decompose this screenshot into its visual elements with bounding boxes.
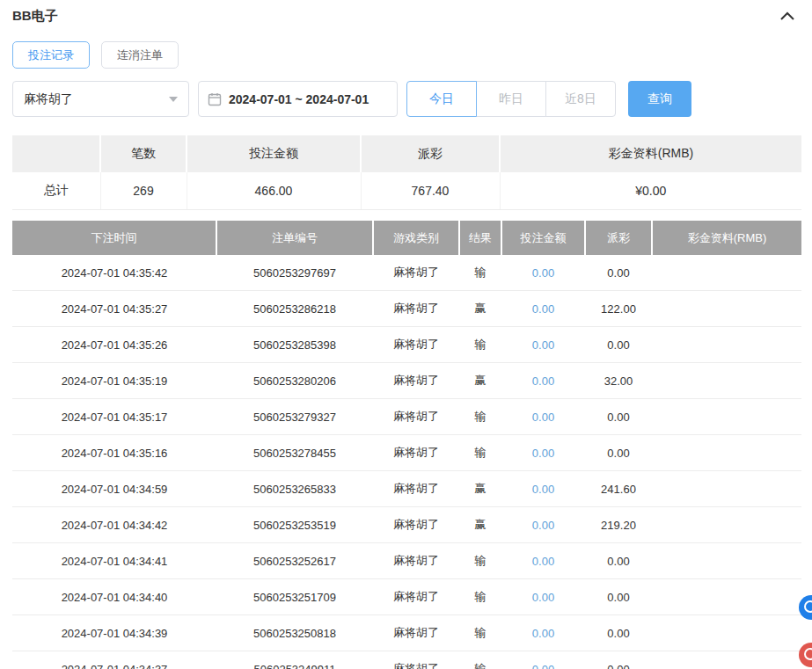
bet-amount-link[interactable]: 0.00 [532, 338, 554, 352]
result-cell: 输 [459, 399, 501, 435]
bet-time-cell: 2024-07-01 04:35:19 [12, 363, 216, 399]
bet-table-body: 2024-07-01 04:35:425060253297697麻将胡了输0.0… [12, 255, 801, 669]
quick-last8days-button[interactable]: 近8日 [545, 81, 616, 117]
bonus-cell [652, 327, 801, 363]
bet-time-cell: 2024-07-01 04:35:42 [12, 255, 216, 291]
bet-amount-cell: 0.00 [501, 651, 585, 669]
game-type-cell: 麻将胡了 [373, 255, 459, 291]
order-id-cell: 5060253286218 [216, 291, 373, 327]
order-id-cell: 5060253251709 [216, 579, 373, 615]
result-cell: 输 [459, 255, 501, 291]
header-game-type: 游戏类别 [373, 221, 459, 255]
payout-cell: 0.00 [585, 399, 652, 435]
summary-table: 笔数 投注金额 派彩 彩金资料(RMB) 总计 269 466.00 767.4… [12, 135, 801, 210]
tab-bet-records[interactable]: 投注记录 [12, 41, 90, 69]
game-type-cell: 麻将胡了 [373, 363, 459, 399]
date-range-input[interactable]: 2024-07-01 ~ 2024-07-01 [198, 81, 398, 117]
order-id-cell: 5060253279327 [216, 399, 373, 435]
bonus-cell [652, 363, 801, 399]
bet-table-header-row: 下注时间 注单编号 游戏类别 结果 投注金额 派彩 彩金资料(RMB) [12, 221, 801, 255]
order-id-cell: 5060253252617 [216, 543, 373, 579]
payout-cell: 0.00 [585, 579, 652, 615]
table-row: 2024-07-01 04:35:275060253286218麻将胡了赢0.0… [12, 291, 801, 327]
result-cell: 输 [459, 543, 501, 579]
bet-records-table: 下注时间 注单编号 游戏类别 结果 投注金额 派彩 彩金资料(RMB) 2024… [12, 221, 801, 669]
summary-total-row: 总计 269 466.00 767.40 ¥0.00 [12, 172, 801, 210]
tab-bar: 投注记录 连消注单 [12, 41, 801, 69]
bonus-cell [652, 507, 801, 543]
game-type-cell: 麻将胡了 [373, 435, 459, 471]
result-cell: 输 [459, 327, 501, 363]
bet-time-cell: 2024-07-01 04:34:37 [12, 651, 216, 669]
bet-amount-link[interactable]: 0.00 [532, 302, 554, 316]
bonus-cell [652, 255, 801, 291]
calendar-icon [208, 92, 222, 106]
result-cell: 赢 [459, 363, 501, 399]
bet-amount-link[interactable]: 0.00 [532, 591, 554, 604]
game-type-cell: 麻将胡了 [373, 651, 459, 669]
payout-cell: 0.00 [585, 615, 652, 651]
chevron-up-icon[interactable] [780, 11, 794, 20]
game-type-cell: 麻将胡了 [373, 579, 459, 615]
summary-header-blank [12, 135, 100, 172]
table-row: 2024-07-01 04:35:265060253285398麻将胡了输0.0… [12, 327, 801, 363]
bonus-cell [652, 399, 801, 435]
summary-total-bet-amount: 466.00 [187, 172, 361, 210]
bet-time-cell: 2024-07-01 04:35:27 [12, 291, 216, 327]
bet-amount-cell: 0.00 [501, 363, 585, 399]
summary-header-payout: 派彩 [361, 135, 500, 172]
order-id-cell: 5060253285398 [216, 327, 373, 363]
order-id-cell: 5060253265833 [216, 471, 373, 507]
table-row: 2024-07-01 04:35:165060253278455麻将胡了输0.0… [12, 435, 801, 471]
payout-cell: 0.00 [585, 651, 652, 669]
summary-total-count: 269 [100, 172, 187, 210]
bet-time-cell: 2024-07-01 04:35:16 [12, 435, 216, 471]
table-row: 2024-07-01 04:34:395060253250818麻将胡了输0.0… [12, 615, 801, 651]
bet-amount-link[interactable]: 0.00 [532, 483, 554, 496]
chevron-down-icon [169, 97, 178, 102]
payout-cell: 32.00 [585, 363, 652, 399]
summary-total-label: 总计 [12, 172, 100, 210]
bet-amount-cell: 0.00 [501, 471, 585, 507]
result-cell: 输 [459, 435, 501, 471]
panel-header: BB电子 [12, 5, 801, 26]
result-cell: 输 [459, 579, 501, 615]
search-button[interactable]: 查询 [628, 81, 691, 117]
table-row: 2024-07-01 04:35:195060253280206麻将胡了赢0.0… [12, 363, 801, 399]
quick-date-button-group: 今日 昨日 近8日 [406, 81, 616, 117]
summary-header-count: 笔数 [100, 135, 187, 172]
bet-time-cell: 2024-07-01 04:34:39 [12, 615, 216, 651]
bet-amount-link[interactable]: 0.00 [532, 663, 554, 669]
bet-records-panel: BB电子 投注记录 连消注单 麻将胡了 2024-07-01 ~ 20 [0, 0, 812, 669]
bet-amount-link[interactable]: 0.00 [532, 447, 554, 460]
bet-amount-link[interactable]: 0.00 [532, 627, 554, 640]
bet-amount-link[interactable]: 0.00 [532, 374, 554, 388]
game-select[interactable]: 麻将胡了 [12, 81, 189, 117]
summary-header-bonus: 彩金资料(RMB) [500, 135, 801, 172]
panel-title: BB电子 [12, 8, 58, 25]
tab-cascade-orders[interactable]: 连消注单 [101, 41, 179, 69]
summary-header-row: 笔数 投注金额 派彩 彩金资料(RMB) [12, 135, 801, 172]
quick-yesterday-button[interactable]: 昨日 [476, 81, 546, 117]
bet-amount-link[interactable]: 0.00 [532, 411, 554, 424]
bet-time-cell: 2024-07-01 04:34:42 [12, 507, 216, 543]
payout-cell: 0.00 [585, 327, 652, 363]
bet-amount-link[interactable]: 0.00 [532, 266, 554, 280]
summary-total-payout: 767.40 [361, 172, 500, 210]
payout-cell: 0.00 [585, 435, 652, 471]
result-cell: 赢 [459, 291, 501, 327]
bet-amount-link[interactable]: 0.00 [532, 555, 554, 568]
header-bet-amount: 投注金额 [501, 221, 585, 255]
table-row: 2024-07-01 04:34:425060253253519麻将胡了赢0.0… [12, 507, 801, 543]
result-cell: 赢 [459, 471, 501, 507]
quick-today-button[interactable]: 今日 [406, 81, 477, 117]
bet-amount-cell: 0.00 [501, 507, 585, 543]
game-select-value: 麻将胡了 [24, 91, 73, 107]
payout-cell: 122.00 [585, 291, 652, 327]
bet-amount-cell: 0.00 [501, 435, 585, 471]
table-row: 2024-07-01 04:34:595060253265833麻将胡了赢0.0… [12, 471, 801, 507]
bet-amount-cell: 0.00 [501, 615, 585, 651]
game-type-cell: 麻将胡了 [373, 399, 459, 435]
summary-header-bet-amount: 投注金额 [187, 135, 361, 172]
bet-amount-link[interactable]: 0.00 [532, 519, 554, 532]
